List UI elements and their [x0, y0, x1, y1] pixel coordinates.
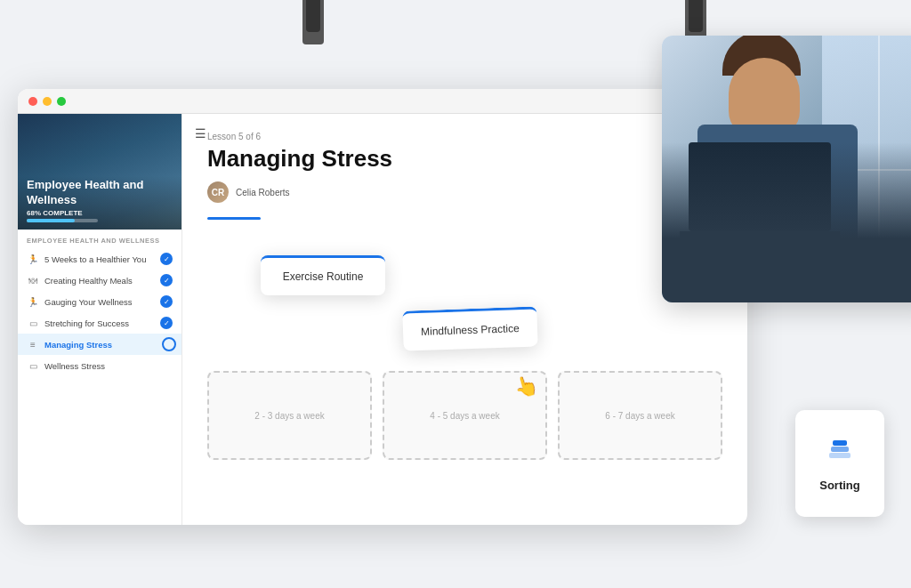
- sidebar-hero: Employee Health and Wellness 68% COMPLET…: [18, 114, 181, 230]
- progress-fill: [27, 219, 75, 222]
- check-icon-4: ✓: [160, 317, 173, 329]
- sidebar-item-label-6: Wellness Stress: [44, 361, 173, 371]
- sorting-card-label: Sorting: [819, 479, 860, 492]
- person-desk: [662, 142, 911, 302]
- sorting-activity-card[interactable]: Sorting: [795, 410, 884, 517]
- drag-card-exercise-label: Exercise Routine: [283, 270, 364, 283]
- person-photo: [662, 36, 911, 302]
- wellness-icon-6: ▭: [27, 359, 39, 372]
- drag-card-mindfulness-label: Mindfulness Practice: [421, 322, 520, 338]
- drag-card-exercise[interactable]: Exercise Routine: [261, 255, 385, 295]
- sidebar-item-1[interactable]: 🏃 5 Weeks to a Healthier You ✓: [18, 248, 181, 270]
- progress-label: 68% COMPLETE: [27, 209, 98, 217]
- check-icon-2: ✓: [160, 274, 173, 286]
- photo-overlay: [662, 36, 911, 302]
- lesson-underline: [207, 217, 261, 220]
- sidebar-item-label-2: Creating Healthy Meals: [44, 276, 155, 286]
- sidebar-progress: 68% COMPLETE: [27, 209, 98, 222]
- drag-card-mindfulness[interactable]: Mindfulness Practice: [402, 306, 537, 350]
- sidebar-item-label-3: Gauging Your Wellness: [44, 297, 155, 307]
- sidebar-item-label-1: 5 Weeks to a Healthier You: [44, 254, 155, 264]
- titlebar: [18, 89, 747, 114]
- sidebar-item-label-4: Stretching for Success: [44, 318, 155, 328]
- check-icon-1: ✓: [160, 253, 173, 265]
- instructor-row: CR Celia Roberts: [207, 181, 722, 203]
- course-title: Employee Health and Wellness: [27, 178, 173, 208]
- sidebar-section-label: EMPLOYEE HEALTH AND WELLNESS: [18, 230, 181, 248]
- drop-zones-row: 2 - 3 days a week 4 - 5 days a week 6 - …: [207, 371, 722, 460]
- svg-rect-2: [833, 440, 847, 446]
- menu-icon-5: ≡: [27, 338, 39, 350]
- maximize-button[interactable]: [57, 97, 66, 106]
- check-icon-3: ✓: [160, 295, 173, 308]
- progress-track: [27, 219, 98, 222]
- sorting-stack-icon: [826, 435, 854, 470]
- run-icon-3: 🏃: [27, 295, 39, 308]
- sidebar-item-3[interactable]: 🏃 Gauging Your Wellness ✓: [18, 291, 181, 312]
- minimize-button[interactable]: [43, 97, 52, 106]
- drop-zone-1-label: 2 - 3 days a week: [254, 411, 324, 421]
- lesson-title: Managing Stress: [207, 145, 722, 173]
- drop-zone-3-label: 6 - 7 days a week: [605, 411, 674, 421]
- active-indicator-5: [162, 337, 176, 351]
- sidebar-item-4[interactable]: ▭ Stretching for Success ✓: [18, 312, 181, 334]
- sidebar-item-5[interactable]: ≡ Managing Stress: [18, 334, 181, 355]
- svg-rect-0: [829, 453, 851, 458]
- drop-zone-3[interactable]: 6 - 7 days a week: [558, 371, 722, 460]
- drop-zone-2-label: 4 - 5 days a week: [430, 411, 499, 421]
- sidebar: Employee Health and Wellness 68% COMPLET…: [18, 114, 182, 525]
- close-button[interactable]: [28, 97, 37, 106]
- hamburger-menu-icon[interactable]: ☰: [195, 126, 206, 141]
- sidebar-item-6[interactable]: ▭ Wellness Stress: [18, 355, 181, 376]
- sorting-area: Exercise Routine Mindfulness Practice 👆 …: [207, 238, 722, 460]
- instructor-name: Celia Roberts: [236, 188, 290, 197]
- main-screen: Employee Health and Wellness 68% COMPLET…: [18, 89, 747, 525]
- meal-icon-2: 🍽: [27, 274, 39, 286]
- decorative-clip-left: [302, 0, 324, 44]
- sidebar-item-2[interactable]: 🍽 Creating Healthy Meals ✓: [18, 270, 181, 291]
- svg-rect-1: [831, 447, 849, 452]
- instructor-initials: CR: [212, 188, 224, 197]
- instructor-avatar: CR: [207, 181, 229, 203]
- stretch-icon-4: ▭: [27, 317, 39, 329]
- lesson-label: Lesson 5 of 6: [207, 132, 722, 141]
- run-icon-1: 🏃: [27, 253, 39, 265]
- sidebar-item-label-5: Managing Stress: [44, 340, 173, 350]
- drop-zone-1[interactable]: 2 - 3 days a week: [207, 371, 372, 460]
